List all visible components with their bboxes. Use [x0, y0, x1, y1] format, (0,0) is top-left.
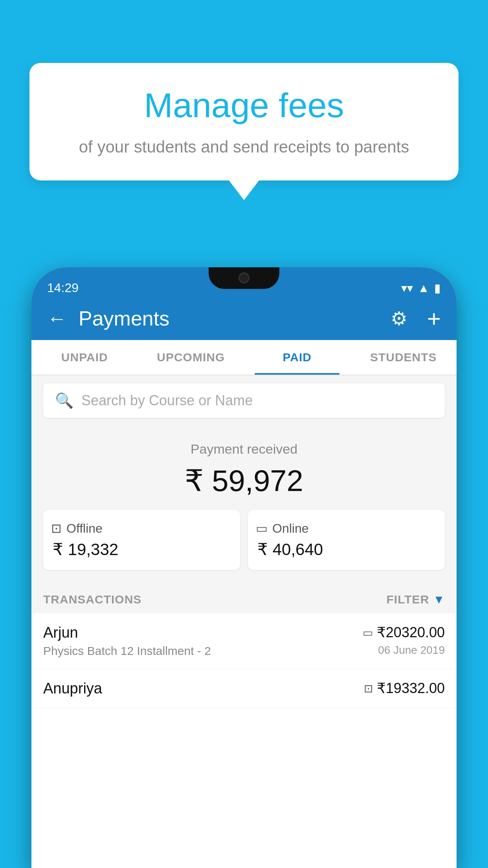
app-header: ← Payments ⚙ + [31, 297, 457, 340]
offline-amount: ₹ 19,332 [51, 540, 118, 559]
table-row[interactable]: Anupriya ⊡ ₹19332.00 [31, 669, 457, 708]
payment-cards: ⊡ Offline ₹ 19,332 ▭ Online ₹ 40,640 [43, 510, 445, 570]
offline-payment-icon: ⊡ [364, 682, 373, 695]
status-icons: ▾▾ ▲ ▮ [401, 281, 441, 295]
txn-amount: ₹20320.00 [377, 624, 445, 641]
add-button[interactable]: + [427, 305, 441, 332]
search-icon: 🔍 [55, 392, 73, 409]
transactions-label: TRANSACTIONS [43, 593, 141, 606]
bubble-subtitle: of your students and send receipts to pa… [49, 136, 439, 159]
filter-button[interactable]: FILTER ▼ [387, 593, 445, 606]
settings-icon[interactable]: ⚙ [391, 307, 407, 329]
offline-card: ⊡ Offline ₹ 19,332 [43, 510, 240, 570]
speech-bubble: Manage fees of your students and send re… [29, 63, 459, 180]
signal-icon: ▲ [418, 281, 429, 295]
tab-upcoming[interactable]: UPCOMING [138, 340, 244, 375]
online-card: ▭ Online ₹ 40,640 [248, 510, 445, 570]
battery-icon: ▮ [434, 281, 441, 295]
offline-label: Offline [66, 521, 103, 536]
filter-icon: ▼ [433, 593, 445, 606]
txn-right-arjun: ▭ ₹20320.00 06 June 2019 [363, 624, 445, 657]
search-box[interactable]: 🔍 Search by Course or Name [43, 383, 445, 418]
search-placeholder: Search by Course or Name [81, 392, 253, 409]
phone-wrapper: 14:29 ▾▾ ▲ ▮ ← Payments ⚙ + UNPAID [31, 267, 457, 868]
filter-label: FILTER [387, 593, 429, 606]
bubble-title: Manage fees [49, 86, 439, 125]
card-payment-icon: ▭ [363, 626, 373, 639]
status-time: 14:29 [47, 281, 79, 295]
table-row[interactable]: Arjun Physics Batch 12 Installment - 2 ▭… [31, 613, 457, 669]
transactions-list: Arjun Physics Batch 12 Installment - 2 ▭… [31, 613, 457, 708]
txn-left-anupriya: Anupriya [43, 680, 102, 697]
phone-screen: 14:29 ▾▾ ▲ ▮ ← Payments ⚙ + UNPAID [31, 267, 457, 868]
tabs-bar: UNPAID UPCOMING PAID STUDENTS [31, 340, 457, 375]
tab-paid[interactable]: PAID [244, 340, 350, 375]
payment-summary: Payment received ₹ 59,972 ⊡ Offline ₹ 19… [31, 426, 457, 582]
txn-left-arjun: Arjun Physics Batch 12 Installment - 2 [43, 624, 211, 658]
txn-name: Arjun [43, 624, 211, 641]
online-icon: ▭ [256, 521, 268, 536]
payment-received-label: Payment received [43, 441, 445, 457]
payment-total-amount: ₹ 59,972 [43, 463, 445, 498]
camera [238, 272, 250, 283]
online-label: Online [272, 521, 309, 536]
phone-notch [209, 267, 279, 289]
tab-students[interactable]: STUDENTS [350, 340, 457, 375]
txn-name: Anupriya [43, 680, 102, 697]
txn-course: Physics Batch 12 Installment - 2 [43, 644, 211, 658]
online-amount: ₹ 40,640 [256, 540, 323, 559]
wifi-icon: ▾▾ [401, 281, 413, 295]
transactions-header: TRANSACTIONS FILTER ▼ [31, 582, 457, 613]
header-title: Payments [79, 307, 379, 330]
txn-amount: ₹19332.00 [377, 680, 445, 697]
txn-date: 06 June 2019 [378, 644, 445, 657]
txn-right-anupriya: ⊡ ₹19332.00 [364, 680, 445, 697]
phone-device: 14:29 ▾▾ ▲ ▮ ← Payments ⚙ + UNPAID [31, 267, 457, 868]
back-button[interactable]: ← [47, 307, 67, 330]
offline-icon: ⊡ [51, 521, 62, 536]
tab-unpaid[interactable]: UNPAID [31, 340, 138, 375]
search-container: 🔍 Search by Course or Name [31, 375, 457, 426]
